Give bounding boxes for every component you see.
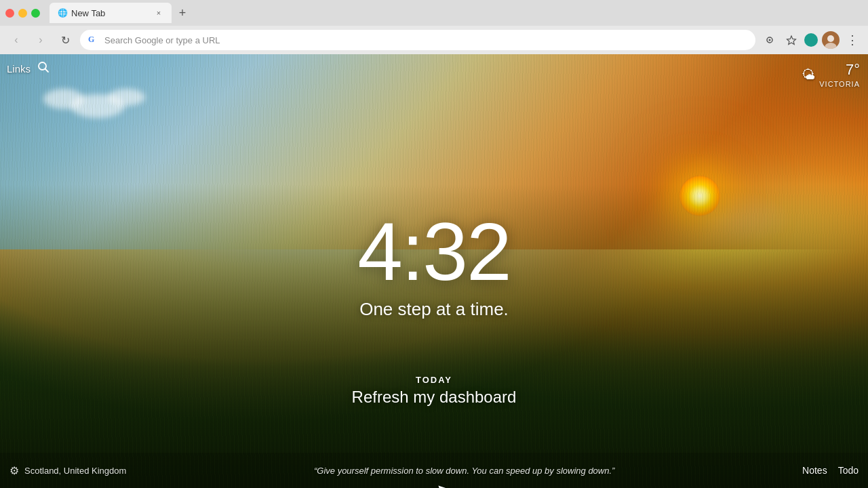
bookmark-star-icon[interactable] — [783, 31, 800, 49]
weather-text-group: 7° VICTORIA — [819, 61, 860, 88]
search-button[interactable] — [37, 61, 50, 76]
tab-bar: 🌐 New Tab × + — [50, 3, 192, 23]
minimize-button[interactable] — [18, 9, 27, 18]
browser-window: 🌐 New Tab × + ‹ › ↻ G Search Google or t… — [0, 0, 868, 488]
today-task[interactable]: Refresh my dashboard — [352, 388, 517, 407]
location-text: Scotland, United Kingdom — [24, 466, 126, 476]
bottom-left: ⚙ Scotland, United Kingdom — [9, 464, 126, 477]
svg-marker-2 — [787, 36, 796, 45]
svg-point-3 — [827, 35, 834, 42]
svg-point-1 — [769, 39, 771, 41]
address-text: Search Google or type a URL — [104, 35, 747, 45]
today-panel[interactable]: TODAY Refresh my dashboard — [352, 375, 517, 407]
new-tab-button[interactable]: + — [173, 3, 192, 22]
weather-city: VICTORIA — [819, 80, 860, 88]
new-tab-page: Links 🌤 7° VICTORIA 4:32 One step at a t… — [0, 54, 868, 488]
bottom-right: Notes Todo — [802, 465, 859, 476]
title-bar: 🌐 New Tab × + — [0, 0, 868, 26]
today-label: TODAY — [352, 375, 517, 385]
reload-button[interactable]: ↻ — [56, 30, 75, 49]
maximize-button[interactable] — [31, 9, 40, 18]
tab-favicon: 🌐 — [58, 8, 67, 18]
screenshot-icon[interactable] — [761, 31, 778, 49]
chrome-menu-icon[interactable]: ⋮ — [844, 31, 861, 49]
user-avatar[interactable] — [822, 31, 840, 49]
clock-display: 4:32 — [357, 211, 511, 292]
google-logo: G — [88, 35, 99, 45]
address-bar[interactable]: G Search Google or type a URL — [80, 30, 755, 50]
links-label[interactable]: Links — [7, 63, 31, 75]
svg-line-6 — [45, 69, 49, 73]
active-tab[interactable]: 🌐 New Tab × — [50, 3, 172, 23]
forward-button[interactable]: › — [31, 30, 50, 49]
weather-icon: 🌤 — [802, 67, 815, 83]
profile-indicator[interactable] — [804, 33, 818, 47]
center-panel: 4:32 One step at a time. — [357, 211, 511, 320]
settings-icon[interactable]: ⚙ — [9, 464, 19, 477]
close-button[interactable] — [5, 9, 14, 18]
notes-button[interactable]: Notes — [802, 465, 827, 476]
bottom-bar: ⚙ Scotland, United Kingdom “Give yoursel… — [0, 453, 868, 488]
back-button[interactable]: ‹ — [7, 30, 26, 49]
quote-text: “Give yourself permission to slow down. … — [314, 466, 614, 476]
tagline-text: One step at a time. — [357, 299, 511, 320]
tab-title: New Tab — [71, 8, 150, 18]
top-left-panel: Links — [7, 61, 50, 76]
svg-point-4 — [825, 43, 837, 49]
bottom-center: “Give yourself permission to slow down. … — [126, 464, 802, 476]
tab-close-button[interactable]: × — [154, 8, 163, 18]
address-bar-row: ‹ › ↻ G Search Google or type a URL — [0, 26, 868, 54]
todo-button[interactable]: Todo — [838, 465, 859, 476]
toolbar-icons: ⋮ — [761, 31, 861, 49]
weather-panel[interactable]: 🌤 7° VICTORIA — [802, 61, 860, 88]
weather-temperature: 7° — [846, 61, 860, 79]
